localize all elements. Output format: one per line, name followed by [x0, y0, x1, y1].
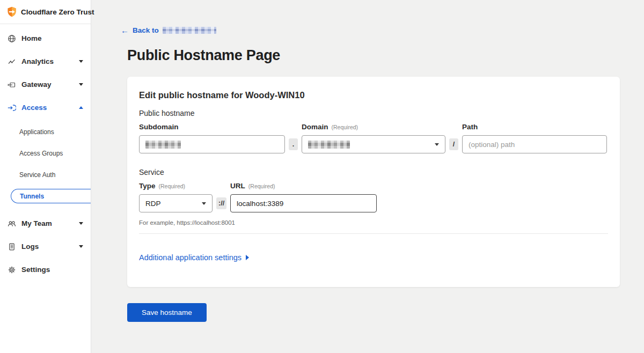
main-content: ← Back to Public Hostname Page Edit publ…	[92, 0, 644, 353]
domain-required-hint: (Required)	[332, 124, 358, 130]
card-title: Edit public hostname for Woody-WIN10	[139, 90, 608, 100]
additional-settings-label: Additional application settings	[139, 253, 241, 262]
service-type-value: RDP	[145, 200, 161, 208]
sidebar-item-access[interactable]: Access	[0, 96, 91, 119]
path-label: Path	[462, 123, 607, 131]
access-login-icon	[8, 104, 16, 112]
dot-separator: .	[289, 138, 298, 150]
chevron-right-icon	[246, 255, 249, 260]
subdomain-input[interactable]	[139, 135, 285, 153]
sidebar-subitem-tunnels[interactable]: Tunnels	[11, 189, 91, 203]
sidebar-item-label: My Team	[21, 219, 79, 227]
type-label-row: Type (Required)	[139, 182, 213, 190]
sidebar-item-analytics[interactable]: Analytics	[0, 50, 91, 73]
path-input[interactable]	[462, 135, 607, 153]
globe-icon	[8, 34, 16, 43]
chevron-up-icon	[79, 106, 83, 109]
hostname-card: Edit public hostname for Woody-WIN10 Pub…	[127, 77, 620, 287]
sidebar-item-gateway[interactable]: Gateway	[0, 73, 91, 96]
gear-icon	[8, 266, 16, 274]
type-required-hint: (Required)	[159, 183, 186, 189]
sidebar-subitem-label: Tunnels	[20, 193, 44, 200]
sidebar-item-label: Gateway	[21, 80, 79, 89]
domain-label: Domain	[302, 123, 328, 131]
service-section-label: Service	[139, 168, 608, 176]
sidebar-item-home[interactable]: Home	[0, 27, 91, 50]
url-label: URL	[230, 182, 245, 190]
sidebar-subitem-applications[interactable]: Applications	[0, 121, 91, 143]
domain-field: Domain (Required)	[302, 123, 445, 153]
sidebar-item-logs[interactable]: Logs	[0, 235, 91, 258]
service-type-field: Type (Required) RDP	[139, 182, 213, 212]
sidebar-item-settings[interactable]: Settings	[0, 258, 91, 281]
gateway-icon	[8, 80, 16, 89]
type-label: Type	[139, 182, 156, 190]
sidebar-item-label: Home	[21, 34, 83, 42]
chevron-down-icon	[435, 143, 439, 146]
sidebar-item-my-team[interactable]: My Team	[0, 212, 91, 235]
sidebar-subitem-label: Applications	[19, 128, 54, 136]
public-hostname-row: Subdomain . Domain (Required) / Path	[139, 123, 608, 153]
url-example-hint: For example, https://localhost:8001	[139, 219, 608, 226]
sidebar: Cloudflare Zero Trust Home Analytics	[0, 0, 91, 353]
slash-separator: /	[449, 138, 458, 150]
brand-title: Cloudflare Zero Trust	[21, 8, 94, 16]
domain-label-row: Domain (Required)	[302, 123, 445, 131]
cloudflare-zero-trust-logo-icon	[6, 6, 17, 17]
back-arrow-icon: ←	[121, 26, 129, 34]
service-url-input[interactable]	[230, 194, 377, 212]
chevron-down-icon	[79, 83, 83, 86]
logs-icon	[8, 242, 16, 251]
url-label-row: URL (Required)	[230, 182, 377, 190]
service-row: Type (Required) RDP :// URL (Required)	[139, 182, 608, 212]
redacted-subdomain-value	[145, 141, 181, 149]
service-url-field: URL (Required)	[230, 182, 377, 212]
scheme-separator: ://	[216, 197, 226, 209]
domain-select[interactable]	[302, 135, 445, 153]
access-subnav: Applications Access Groups Service Auth …	[0, 119, 91, 212]
back-link[interactable]: ← Back to	[121, 26, 216, 34]
card-divider	[139, 233, 608, 234]
chevron-down-icon	[79, 60, 83, 63]
sidebar-item-label: Settings	[21, 266, 83, 274]
save-hostname-button[interactable]: Save hostname	[127, 303, 207, 322]
back-link-label: Back to	[133, 26, 159, 34]
sidebar-item-label: Access	[21, 104, 79, 112]
sidebar-nav: Home Analytics Gateway	[0, 24, 91, 281]
chevron-down-icon	[79, 245, 83, 248]
page-title: Public Hostname Page	[127, 47, 620, 64]
chevron-down-icon	[79, 222, 83, 225]
service-type-select[interactable]: RDP	[139, 194, 213, 212]
sidebar-subitem-service-auth[interactable]: Service Auth	[0, 164, 91, 186]
subdomain-field: Subdomain	[139, 123, 285, 153]
redacted-domain-value	[308, 141, 350, 149]
sidebar-subitem-access-groups[interactable]: Access Groups	[0, 143, 91, 164]
url-required-hint: (Required)	[248, 183, 275, 189]
team-icon	[8, 219, 16, 228]
subdomain-label: Subdomain	[139, 123, 285, 131]
redacted-back-target	[163, 27, 216, 34]
sidebar-subitem-label: Service Auth	[19, 171, 55, 179]
path-field: Path	[462, 123, 607, 153]
analytics-icon	[8, 57, 16, 66]
sidebar-item-label: Logs	[21, 242, 79, 251]
chevron-down-icon	[202, 202, 206, 205]
public-hostname-section-label: Public hostname	[139, 109, 608, 117]
sidebar-item-label: Analytics	[21, 57, 79, 65]
additional-settings-link[interactable]: Additional application settings	[139, 253, 249, 262]
sidebar-subitem-label: Access Groups	[19, 150, 63, 157]
brand-header[interactable]: Cloudflare Zero Trust	[0, 0, 91, 24]
